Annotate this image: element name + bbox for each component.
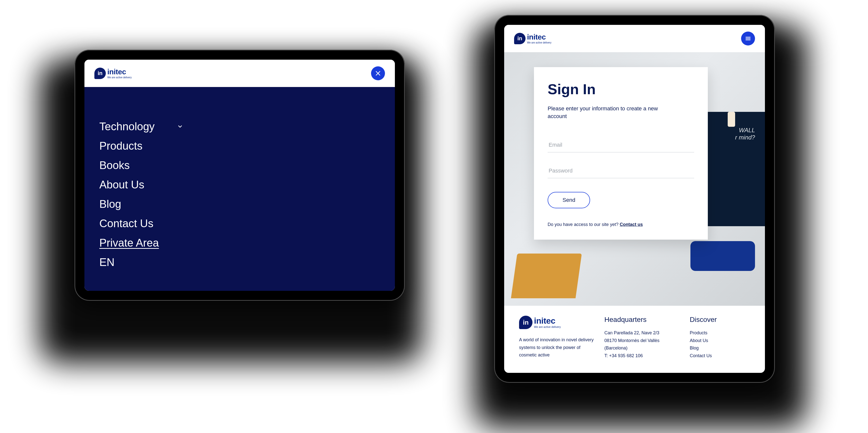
logo-word: initec <box>534 316 561 325</box>
hero-wall-text: WALL r mind? <box>735 127 755 141</box>
footer: in initec We are active delivery A world… <box>504 306 765 359</box>
menu-item-label: Books <box>99 159 130 172</box>
menu-item-blog[interactable]: Blog <box>99 194 380 214</box>
menu-item-label: EN <box>99 256 115 268</box>
footer-hq-address-line: 08170 Montornès del Vallès <box>604 337 680 345</box>
access-question: Do you have access to our site yet? <box>548 222 620 227</box>
footer-link-about-us[interactable]: About Us <box>690 337 750 345</box>
contact-us-link[interactable]: Contact us <box>620 222 643 227</box>
logo-mark: in <box>94 67 106 79</box>
footer-hq-column: Headquarters Can Parellada 22, Nave 2/3 … <box>604 316 680 359</box>
signin-card: Sign In Please enter your information to… <box>534 67 708 240</box>
menu-panel: Technology Products Books About Us <box>85 87 395 291</box>
close-menu-button[interactable] <box>371 66 385 80</box>
footer-hq-address-line: Can Parellada 22, Nave 2/3 <box>604 329 680 337</box>
chevron-down-icon <box>177 123 183 129</box>
footer-discover-heading: Discover <box>690 316 750 324</box>
hero-decoration-couch <box>690 241 755 271</box>
brand-logo[interactable]: in initec We are active delivery <box>94 67 132 79</box>
logo-mark: in <box>514 33 526 44</box>
tablet-landscape: in initec We are active delivery Technol… <box>74 50 405 301</box>
menu-item-label: About Us <box>99 178 144 191</box>
tablet-landscape-screen: in initec We are active delivery Technol… <box>85 60 395 291</box>
footer-logo[interactable]: in initec We are active delivery <box>519 316 595 329</box>
footer-about-text: A world of innovation in novel delivery … <box>519 336 595 359</box>
logo-tagline: We are active delivery <box>534 326 561 328</box>
tablet-portrait: in initec We are active delivery <box>494 15 775 383</box>
menu-item-label: Technology <box>99 120 155 133</box>
menu-item-label: Private Area <box>99 237 159 249</box>
footer-link-contact-us[interactable]: Contact Us <box>690 352 750 360</box>
menu-item-private-area[interactable]: Private Area <box>99 233 380 253</box>
hamburger-icon <box>745 35 751 42</box>
menu-item-label: Blog <box>99 198 121 210</box>
topbar-right: in initec We are active delivery <box>504 25 765 52</box>
tablet-portrait-screen: in initec We are active delivery <box>504 25 765 373</box>
logo-word: initec <box>107 68 132 76</box>
hero-decoration-lamp <box>728 112 735 127</box>
close-icon <box>375 70 381 77</box>
footer-hq-heading: Headquarters <box>604 316 680 324</box>
menu-item-books[interactable]: Books <box>99 155 380 175</box>
signin-subtitle: Please enter your information to create … <box>548 105 672 120</box>
hero-wall-text-line: r mind? <box>735 134 755 141</box>
access-line: Do you have access to our site yet? Cont… <box>548 222 694 227</box>
hero-wall-text-line: WALL <box>735 127 755 134</box>
menu-item-label: Contact Us <box>99 217 153 230</box>
menu-item-about-us[interactable]: About Us <box>99 175 380 194</box>
logo-text: initec We are active delivery <box>534 316 561 328</box>
send-button[interactable]: Send <box>548 192 590 208</box>
logo-mark: in <box>519 316 532 329</box>
brand-logo[interactable]: in initec We are active delivery <box>514 33 551 44</box>
topbar-left: in initec We are active delivery <box>85 60 395 87</box>
logo-tagline: We are active delivery <box>107 76 132 79</box>
password-field[interactable] <box>548 164 694 178</box>
menu-item-products[interactable]: Products <box>99 136 380 155</box>
logo-text: initec We are active delivery <box>527 33 551 44</box>
hero-section: WALL r mind? Sign In Please enter your i… <box>504 52 765 306</box>
footer-link-blog[interactable]: Blog <box>690 344 750 352</box>
logo-text: initec We are active delivery <box>107 68 132 79</box>
footer-brand-column: in initec We are active delivery A world… <box>519 316 595 359</box>
footer-discover-column: Discover Products About Us Blog Contact … <box>690 316 750 359</box>
footer-hq-address-line: (Barcelona) <box>604 344 680 352</box>
hamburger-menu-button[interactable] <box>741 32 755 46</box>
logo-word: initec <box>527 33 551 41</box>
menu-list: Technology Products Books About Us <box>99 117 380 272</box>
logo-tagline: We are active delivery <box>527 41 551 44</box>
footer-link-products[interactable]: Products <box>690 329 750 337</box>
menu-item-technology[interactable]: Technology <box>99 117 380 136</box>
menu-item-language[interactable]: EN <box>99 253 380 272</box>
menu-item-label: Products <box>99 140 143 152</box>
menu-item-contact-us[interactable]: Contact Us <box>99 214 380 233</box>
signin-title: Sign In <box>548 81 694 97</box>
footer-hq-phone: T: +34 935 682 106 <box>604 352 680 360</box>
email-field[interactable] <box>548 138 694 152</box>
